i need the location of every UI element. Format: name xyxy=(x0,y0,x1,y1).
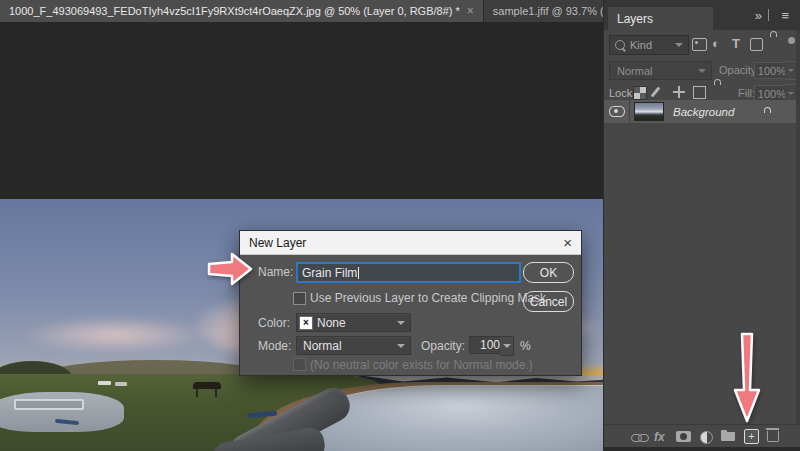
opacity-unit: % xyxy=(520,339,531,353)
neutral-color-note: (No neutral color exists for Normal mode… xyxy=(310,358,533,372)
layer-style-fx-icon[interactable]: fx xyxy=(654,430,665,444)
photo-gazebo xyxy=(193,382,221,389)
panel-menu-icon[interactable]: ≡ xyxy=(781,8,789,23)
layer-name-value: Grain Film xyxy=(302,266,357,280)
panel-bottom-bar: fx + xyxy=(604,424,800,448)
fill-label: Fill: xyxy=(738,87,755,99)
annotation-arrow-down xyxy=(729,331,765,424)
filter-adjustment-layers-icon[interactable]: ◐ xyxy=(712,38,720,49)
panel-edge xyxy=(796,30,800,447)
ok-button-label: OK xyxy=(540,266,557,280)
photo-gazebo xyxy=(196,389,198,397)
layer-row-background[interactable]: Background xyxy=(604,100,800,123)
opacity-value: 100 xyxy=(480,338,500,352)
layers-tab-label: Layers xyxy=(617,12,653,26)
document-tabbar: 1000_F_493069493_FEDoTIyh4vz5cI1Fy9RXt9c… xyxy=(0,0,603,22)
photo-car xyxy=(98,381,111,385)
layer-name: Background xyxy=(673,106,734,118)
add-layer-mask-icon[interactable] xyxy=(676,431,691,442)
chevron-down-icon xyxy=(397,321,405,325)
photo-gazebo xyxy=(215,389,217,397)
color-dropdown[interactable]: × None xyxy=(296,313,411,332)
neutral-color-checkbox xyxy=(293,358,306,371)
delete-layer-icon[interactable] xyxy=(767,431,779,442)
photo-car xyxy=(115,382,127,386)
ok-button[interactable]: OK xyxy=(523,262,574,283)
layers-panel: Layers » ≡ Kind ◐ T Normal Opacity: 100%… xyxy=(603,0,800,451)
annotation-arrow-right xyxy=(206,250,254,288)
filter-toggle-icon[interactable] xyxy=(788,37,795,44)
photo-cloud xyxy=(22,317,207,353)
panel-bottom-strip xyxy=(604,447,800,451)
visibility-cell[interactable] xyxy=(604,100,630,123)
lock-transparent-pixels-icon[interactable] xyxy=(633,86,647,100)
link-layers-icon[interactable] xyxy=(631,434,649,441)
chevron-down-icon xyxy=(397,344,405,348)
fill-text: 100% xyxy=(758,88,786,100)
mode-value: Normal xyxy=(303,339,342,353)
new-group-icon[interactable] xyxy=(721,432,735,441)
filter-shape-layers-icon[interactable] xyxy=(750,38,763,51)
chevron-down-icon xyxy=(675,43,683,47)
filter-pixel-layers-icon[interactable] xyxy=(692,38,707,51)
adjustment-layer-icon[interactable] xyxy=(700,431,713,444)
dialog-titlebar[interactable]: New Layer × xyxy=(240,231,581,255)
layer-name-input[interactable]: Grain Film xyxy=(296,262,521,283)
photoshop-window: 1000_F_493069493_FEDoTIyh4vz5cI1Fy9RXt9c… xyxy=(0,0,800,451)
search-icon xyxy=(615,40,625,50)
layer-thumbnail[interactable] xyxy=(634,102,664,121)
eye-icon xyxy=(609,106,625,117)
document-tab-1-label: 1000_F_493069493_FEDoTIyh4vz5cI1Fy9RXt9c… xyxy=(9,5,460,17)
mode-dropdown[interactable]: Normal xyxy=(296,336,411,355)
blend-mode-value: Normal xyxy=(617,65,652,77)
close-icon[interactable]: × xyxy=(467,5,474,17)
new-layer-dialog: New Layer × Name: Grain Film OK Use Prev… xyxy=(239,230,582,376)
cancel-button-label: Cancel xyxy=(530,295,567,309)
color-value: None xyxy=(317,316,346,330)
clipping-mask-label: Use Previous Layer to Create Clipping Ma… xyxy=(310,291,546,305)
lock-label: Lock: xyxy=(609,87,635,99)
filter-kind-dropdown[interactable]: Kind xyxy=(609,35,689,55)
color-label: Color: xyxy=(258,316,290,330)
filter-type-layers-icon[interactable]: T xyxy=(732,38,740,50)
new-layer-icon[interactable]: + xyxy=(744,429,759,444)
cancel-button[interactable]: Cancel xyxy=(523,291,574,312)
opacity-dropdown-button[interactable] xyxy=(500,336,514,356)
lock-artboard-icon[interactable] xyxy=(693,86,706,99)
chevron-down-icon xyxy=(698,69,706,73)
lock-position-icon[interactable] xyxy=(673,86,685,98)
opacity-label: Opacity: xyxy=(421,339,465,353)
collapse-panel-icon[interactable]: » xyxy=(755,8,761,23)
none-swatch-icon: × xyxy=(299,316,313,330)
mode-label: Mode: xyxy=(258,339,291,353)
panel-opacity-text: 100% xyxy=(758,65,786,77)
dialog-body: Name: Grain Film OK Use Previous Layer t… xyxy=(240,255,581,375)
clipping-mask-checkbox[interactable] xyxy=(293,292,306,305)
text-caret xyxy=(358,267,359,279)
document-tab-1[interactable]: 1000_F_493069493_FEDoTIyh4vz5cI1Fy9RXt9c… xyxy=(0,0,483,22)
lock-image-pixels-icon[interactable] xyxy=(650,86,660,97)
close-icon[interactable]: × xyxy=(563,235,572,250)
kind-label: Kind xyxy=(630,39,652,51)
chevron-down-icon xyxy=(503,344,511,348)
photo-pond xyxy=(0,392,124,432)
photo-dock xyxy=(14,399,84,410)
divider xyxy=(768,9,769,21)
dialog-title: New Layer xyxy=(249,236,306,250)
name-label: Name: xyxy=(258,265,293,279)
tab-layers[interactable]: Layers xyxy=(608,7,713,30)
blend-mode-dropdown[interactable]: Normal xyxy=(609,61,712,80)
